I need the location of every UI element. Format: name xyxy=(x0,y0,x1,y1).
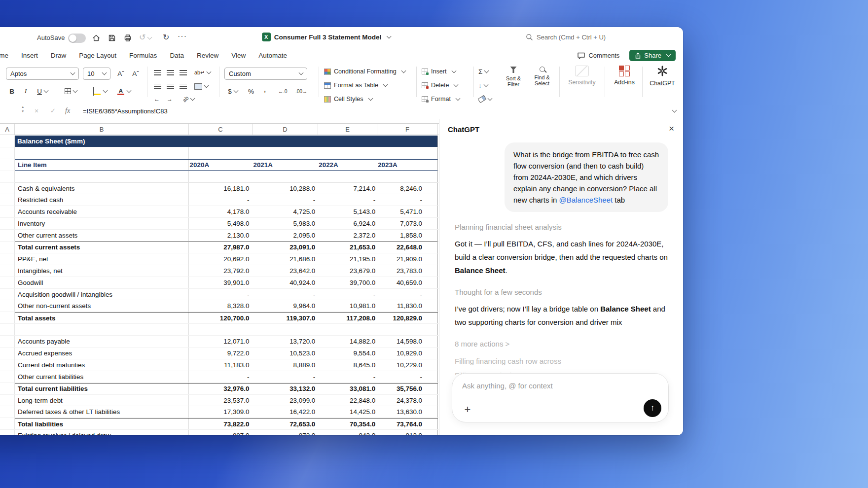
cell-value[interactable]: 73,822.0 xyxy=(189,418,253,429)
align-middle-button[interactable] xyxy=(167,67,174,78)
more-commands-icon[interactable]: ··· xyxy=(178,32,187,41)
number-format-select[interactable]: Custom xyxy=(224,68,307,80)
cell-label[interactable]: Accounts payable xyxy=(15,336,189,347)
more-actions-link[interactable]: 8 more actions > xyxy=(455,340,668,348)
clear-button[interactable] xyxy=(478,93,492,105)
cell-label[interactable]: Other current liabilities xyxy=(15,371,189,383)
cell-value[interactable]: 10,929.0 xyxy=(377,348,437,359)
cell-value[interactable] xyxy=(189,171,253,182)
currency-button[interactable]: $ xyxy=(224,85,241,97)
sort-filter-button[interactable]: Sort & Filter xyxy=(500,67,527,88)
cell-year-header[interactable]: 2022A xyxy=(318,160,377,170)
cell-value[interactable]: 21,653.0 xyxy=(318,242,377,253)
orientation-button[interactable]: ab xyxy=(182,93,194,105)
cell-value[interactable]: 16,181.0 xyxy=(189,183,253,194)
cell-year-header[interactable]: 2023A xyxy=(377,160,437,170)
decrease-decimal-button[interactable]: .00→ xyxy=(293,85,310,97)
cell-label[interactable]: Other current assets xyxy=(15,230,189,241)
redo-icon[interactable]: ↻ xyxy=(163,33,169,42)
cell-value[interactable]: 843.0 xyxy=(318,430,377,435)
cell-value[interactable]: 22,648.0 xyxy=(377,242,437,253)
tab-automate[interactable]: Automate xyxy=(252,49,293,62)
cell-column-a[interactable] xyxy=(0,300,15,312)
cell-value[interactable]: 14,598.0 xyxy=(377,336,437,347)
autosum-button[interactable]: Σ xyxy=(478,66,488,77)
cell-value[interactable] xyxy=(252,324,318,335)
cell-value[interactable]: 23,783.0 xyxy=(377,265,437,277)
cell-column-a[interactable] xyxy=(0,253,15,265)
cell-value[interactable]: 12,071.0 xyxy=(189,336,253,347)
insert-function-icon[interactable]: fx xyxy=(65,107,70,115)
balancesheet-mention[interactable]: @BalanceSheet xyxy=(559,196,613,204)
cell-value[interactable]: - xyxy=(252,289,318,300)
align-right-button[interactable] xyxy=(180,80,187,92)
cell-value[interactable]: - xyxy=(377,289,437,300)
cell-value[interactable]: 9,722.0 xyxy=(189,348,253,359)
cell-value[interactable]: 23,091.0 xyxy=(252,242,318,253)
cell-value[interactable] xyxy=(377,171,437,182)
cell-value[interactable]: 887.0 xyxy=(189,430,253,435)
conditional-formatting-button[interactable]: Conditional Formatting xyxy=(324,66,405,77)
cell-value[interactable] xyxy=(377,147,437,159)
cell-value[interactable]: - xyxy=(189,194,253,206)
cell-label[interactable]: Acquisition goodwill / intangibles xyxy=(15,289,189,300)
cell-value[interactable]: 10,229.0 xyxy=(377,359,437,371)
cell-column-a[interactable] xyxy=(0,194,15,206)
cell-value[interactable]: 20,692.0 xyxy=(189,253,253,265)
cell-column-a[interactable] xyxy=(0,230,15,241)
cell-label[interactable]: Goodwill xyxy=(15,277,189,288)
cell-value[interactable]: 4,725.0 xyxy=(252,206,318,217)
cell-value[interactable]: 10,981.0 xyxy=(318,300,377,312)
align-left-button[interactable] xyxy=(154,80,161,92)
cell-label[interactable]: Deferred taxes & other LT liabilities xyxy=(15,406,189,418)
cell-value[interactable]: - xyxy=(252,371,318,383)
cell-column-a[interactable] xyxy=(0,242,15,253)
merge-center-button[interactable] xyxy=(194,80,208,92)
tab-insert[interactable]: Insert xyxy=(15,49,44,62)
cell-value[interactable]: - xyxy=(189,371,253,383)
cell-label[interactable]: Accrued expenses xyxy=(15,348,189,359)
column-header-e[interactable]: E xyxy=(318,124,377,135)
cell-value[interactable]: 16,422.0 xyxy=(252,406,318,418)
cell-value[interactable]: 813.0 xyxy=(377,430,437,435)
cell-value[interactable]: 39,901.0 xyxy=(189,277,253,288)
cell-value[interactable]: - xyxy=(318,289,377,300)
column-header-a[interactable]: A xyxy=(0,124,15,135)
cell-column-a[interactable] xyxy=(0,395,15,406)
column-header-c[interactable]: C xyxy=(189,124,253,135)
cell-value[interactable]: 23,679.0 xyxy=(318,265,377,277)
cell-column-a[interactable] xyxy=(0,147,15,159)
cell-value[interactable]: 11,183.0 xyxy=(189,359,253,371)
cell-line-item-header[interactable]: Line Item xyxy=(15,160,189,170)
cell-value[interactable] xyxy=(377,324,437,335)
column-header-b[interactable]: B xyxy=(15,124,189,135)
cell-label[interactable]: Intangibles, net xyxy=(15,265,189,277)
cell-value[interactable]: 35,756.0 xyxy=(377,383,437,394)
italic-button[interactable]: I xyxy=(20,85,32,97)
name-box-spinner[interactable]: ▲▼ xyxy=(21,105,24,113)
cell-value[interactable]: 120,829.0 xyxy=(377,313,437,323)
cell-value[interactable]: 8,645.0 xyxy=(318,359,377,371)
cell-value[interactable]: 27,987.0 xyxy=(189,242,253,253)
enter-icon[interactable]: ✓ xyxy=(50,107,56,114)
cell-column-a[interactable] xyxy=(0,171,15,182)
cell-column-a[interactable] xyxy=(0,277,15,288)
cell-value[interactable]: 72,653.0 xyxy=(252,418,318,429)
align-bottom-button[interactable] xyxy=(180,67,187,78)
tab-formulas[interactable]: Formulas xyxy=(123,49,163,62)
wrap-text-button[interactable]: ab↵ xyxy=(194,67,211,78)
cell-value[interactable]: 70,354.0 xyxy=(318,418,377,429)
fill-color-button[interactable] xyxy=(91,85,109,97)
cell-value[interactable]: 9,964.0 xyxy=(252,300,318,312)
cell-value[interactable] xyxy=(252,171,318,182)
cell-value[interactable]: 21,195.0 xyxy=(318,253,377,265)
cell-column-a[interactable] xyxy=(0,289,15,300)
share-button[interactable]: Share xyxy=(629,50,676,61)
cell-label[interactable]: PP&E, net xyxy=(15,253,189,265)
save-icon[interactable] xyxy=(108,34,116,42)
cell-value[interactable]: 32,976.0 xyxy=(189,383,253,394)
tab-view[interactable]: View xyxy=(225,49,252,62)
cell-value[interactable]: 40,924.0 xyxy=(252,277,318,288)
delete-cells-button[interactable]: Delete xyxy=(422,79,458,91)
cell-column-a[interactable] xyxy=(0,312,15,323)
